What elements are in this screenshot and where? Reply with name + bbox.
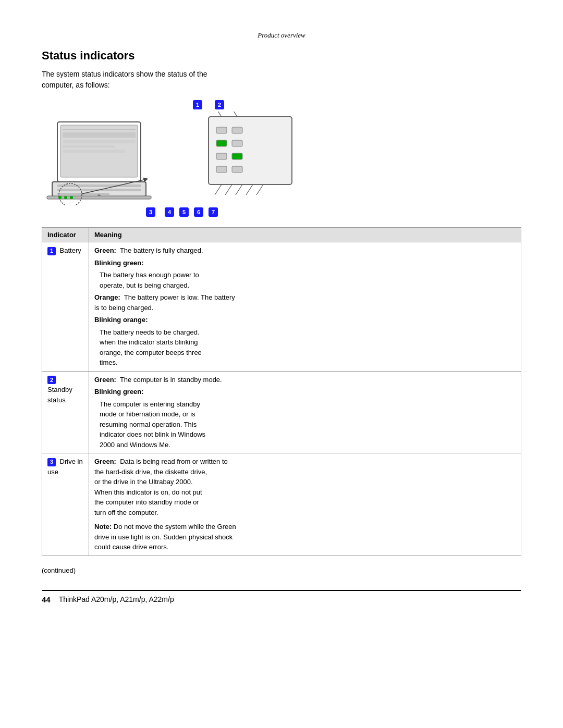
- footer-title: ThinkPad A20m/p, A21m/p, A22m/p: [59, 595, 174, 603]
- col-meaning-header: Meaning: [89, 228, 521, 242]
- meaning-para: Blinking green:: [94, 258, 516, 268]
- svg-rect-19: [216, 127, 227, 133]
- meaning-para: Orange: The battery power is low. The ba…: [94, 292, 516, 313]
- svg-point-14: [64, 196, 67, 199]
- svg-rect-8: [57, 184, 141, 187]
- badge-5: 5: [179, 207, 189, 217]
- indicator-table: Indicator Meaning 1 Battery Green: The b…: [42, 227, 521, 556]
- meaning-cell-drive: Green: Data is being read from or writte…: [89, 453, 521, 556]
- svg-point-15: [70, 196, 73, 199]
- bottom-number-labels: 3 4 5 6 7: [146, 207, 218, 217]
- svg-rect-5: [63, 145, 115, 148]
- badge-1: 1: [193, 100, 202, 109]
- svg-rect-24: [232, 153, 242, 159]
- svg-rect-20: [232, 127, 242, 133]
- table-row: 3 Drive inuse Green: Data is being read …: [42, 453, 521, 556]
- svg-rect-12: [47, 196, 151, 199]
- meaning-para: The battery needs to be charged.when the…: [94, 327, 516, 368]
- row-badge-2: 2: [47, 376, 56, 384]
- diagram-container: 1 2: [42, 100, 521, 217]
- continued-text: (continued): [42, 566, 521, 574]
- page: Product overview Status indicators The s…: [0, 0, 563, 728]
- meaning-para: Green: The computer is in standby mode.: [94, 375, 516, 385]
- top-number-labels: 1 2: [193, 100, 224, 109]
- row-badge-1: 1: [47, 247, 56, 255]
- meaning-para: Blinking green:: [94, 387, 516, 397]
- section-title: Status indicators: [42, 49, 521, 63]
- svg-rect-6: [63, 150, 125, 153]
- diagram-row: [42, 112, 308, 205]
- svg-rect-3: [63, 132, 136, 138]
- meaning-para: Green: Data is being read from or writte…: [94, 456, 516, 517]
- table-row: 2 Standbystatus Green: The computer is i…: [42, 371, 521, 453]
- col-indicator-header: Indicator: [42, 228, 89, 242]
- footer-page-number: 44: [42, 595, 51, 604]
- meaning-para: Green: The battery is fully charged.: [94, 245, 516, 256]
- svg-line-33: [256, 184, 263, 195]
- laptop-illustration: [42, 112, 198, 205]
- badge-4: 4: [165, 207, 174, 217]
- meaning-para: Blinking orange:: [94, 315, 516, 325]
- svg-rect-25: [216, 166, 227, 172]
- row-badge-3: 3: [47, 458, 56, 466]
- svg-rect-26: [232, 166, 242, 172]
- badge-7: 7: [209, 207, 218, 217]
- svg-line-28: [230, 112, 237, 117]
- svg-line-31: [236, 184, 242, 195]
- intro-text: The system status indicators show the st…: [42, 69, 521, 91]
- indicator-cell-standby: 2 Standbystatus: [42, 371, 89, 453]
- footer-bar: 44 ThinkPad A20m/p, A21m/p, A22m/p: [42, 590, 521, 604]
- indicator-cell-drive: 3 Drive inuse: [42, 453, 89, 556]
- meaning-cell-standby: Green: The computer is in standby mode. …: [89, 371, 521, 453]
- badge-3: 3: [146, 207, 155, 217]
- svg-line-27: [215, 112, 222, 117]
- svg-rect-22: [232, 140, 242, 146]
- meaning-para: The computer is entering standbymode or …: [94, 399, 516, 450]
- badge-6: 6: [194, 207, 203, 217]
- indicator-panel: [193, 112, 308, 205]
- badge-2: 2: [215, 100, 224, 109]
- svg-line-30: [225, 184, 232, 195]
- meaning-para-note: Note: Do not move the system while the G…: [94, 522, 516, 552]
- meaning-cell-battery: Green: The battery is fully charged. Bli…: [89, 242, 521, 372]
- svg-rect-21: [216, 140, 227, 146]
- svg-line-29: [215, 184, 222, 195]
- meaning-para: The battery has enough power tooperate, …: [94, 270, 516, 290]
- svg-rect-4: [63, 140, 136, 143]
- product-overview-label: Product overview: [42, 31, 521, 40]
- svg-line-32: [246, 184, 253, 195]
- table-row: 1 Battery Green: The battery is fully ch…: [42, 242, 521, 372]
- indicator-cell-battery: 1 Battery: [42, 242, 89, 372]
- svg-rect-23: [216, 153, 227, 159]
